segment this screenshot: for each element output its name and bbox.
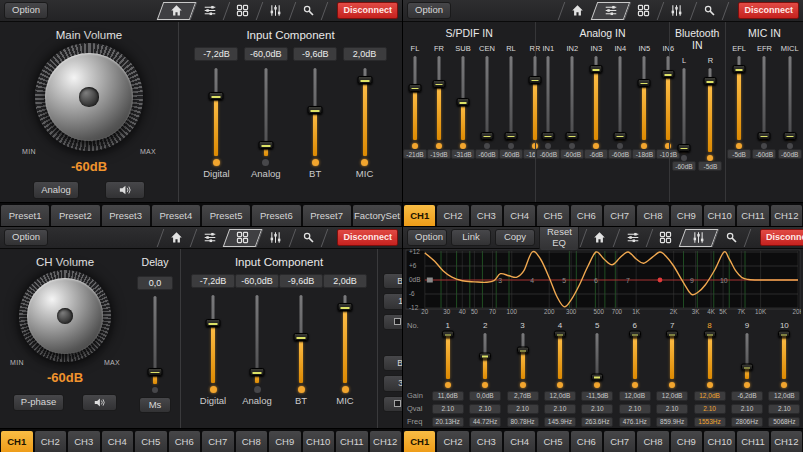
volume-knob-face[interactable] [19,270,111,362]
option-button[interactable]: Option [4,2,48,18]
eq-qval-value[interactable]: 2.10 [694,404,726,414]
disconnect-button[interactable]: Disconnect [738,2,799,19]
nav-tab-tools[interactable] [693,2,726,20]
eq-freq-value[interactable]: 44.72Hz [469,417,501,427]
slider-handle[interactable] [148,368,163,376]
p-phase-button[interactable]: P-phase [13,394,64,411]
eq-qval-value[interactable]: 2.10 [432,404,464,414]
input-level-slider[interactable] [258,68,274,156]
lpf-type-button[interactable]: Butter-W [383,355,402,371]
slider-handle[interactable] [758,132,771,140]
input-level-slider[interactable] [293,295,309,383]
input-value[interactable]: -9,6dB [293,47,337,61]
eq-gain-slider[interactable] [740,333,753,379]
mute-button[interactable] [82,394,117,411]
eq-gain-slider[interactable] [628,333,641,379]
ms-button[interactable]: Ms [139,397,171,413]
channel-tab-ch1[interactable]: CH1 [404,205,435,226]
input-value[interactable]: -7,2dB [194,47,238,61]
slider-handle[interactable] [505,132,518,140]
slider-handle[interactable] [542,132,555,140]
eq-qval-value[interactable]: 2.10 [544,404,576,414]
nav-tab-eq[interactable] [682,229,715,247]
channel-tab-ch3[interactable]: CH3 [471,205,502,226]
slider-handle[interactable] [629,331,641,338]
input-level-slider[interactable] [307,68,323,156]
slider-handle[interactable] [206,319,221,327]
channel-tab-ch6[interactable]: CH6 [571,431,602,452]
channel-level-slider[interactable] [757,56,771,140]
eq-qval-value[interactable]: 2.10 [619,404,651,414]
eq-freq-value[interactable]: 1553Hz [694,417,726,427]
channel-tab-ch7[interactable]: CH7 [604,205,635,226]
slider-handle[interactable] [338,303,353,311]
slider-handle[interactable] [666,331,678,338]
lpf-bypass-button[interactable]: By pass [383,396,402,412]
preset-tab-preset6[interactable]: Preset6 [252,205,300,226]
channel-tab-ch3[interactable]: CH3 [471,431,502,452]
option-button[interactable]: Option [4,229,48,245]
delay-value[interactable]: 0,0 [137,276,173,290]
delay-slider[interactable] [147,296,163,384]
nav-tab-mixer[interactable] [594,2,627,20]
hpf-type-button[interactable]: Butter-W [383,273,402,289]
slider-handle[interactable] [662,70,675,78]
channel-tab-ch12[interactable]: CH12 [771,205,802,226]
channel-level-slider[interactable] [504,56,518,140]
reset-eq-button[interactable]: Reset EQ [539,227,579,251]
option-button[interactable]: Option [407,229,447,245]
slider-handle[interactable] [258,141,273,149]
eq-gain-value[interactable]: 11,6dB [432,391,464,401]
eq-freq-value[interactable]: 476.1Hz [619,417,651,427]
channel-level-slider[interactable] [613,56,627,140]
input-level-slider[interactable] [337,295,353,383]
channel-tab-ch3[interactable]: CH3 [68,431,100,452]
input-level-slider[interactable] [249,295,265,383]
channel-tab-ch9[interactable]: CH9 [671,205,702,226]
nav-tab-grid[interactable] [226,2,259,20]
channel-level-slider[interactable] [661,56,675,140]
slider-handle[interactable] [529,76,542,84]
eq-band-number[interactable]: 5 [579,321,616,330]
channel-tab-ch10[interactable]: CH10 [704,205,735,226]
slider-handle[interactable] [591,373,603,380]
eq-qval-value[interactable]: 2.10 [507,404,539,414]
channel-level-slider[interactable] [480,56,494,140]
eq-qval-value[interactable]: 2.10 [768,404,800,414]
channel-level-slider[interactable] [528,56,542,140]
channel-level-slider[interactable] [677,68,691,152]
slider-handle[interactable] [741,364,753,371]
slider-handle[interactable] [778,331,790,338]
slider-handle[interactable] [554,331,566,338]
nav-tab-home[interactable] [160,229,193,247]
channel-tab-ch6[interactable]: CH6 [571,205,602,226]
eq-response-chart[interactable]: 34567910+12+60dB-6-122030405070100200300… [403,249,803,319]
channel-tab-ch5[interactable]: CH5 [537,431,568,452]
eq-gain-slider[interactable] [666,333,679,379]
nav-tab-home[interactable] [160,2,193,20]
channel-tab-ch5[interactable]: CH5 [135,431,167,452]
hpf-freq-button[interactable]: 10.00Hz [383,293,402,309]
nav-tab-eq[interactable] [259,2,292,20]
channel-tab-ch7[interactable]: CH7 [604,431,635,452]
channel-tab-ch12[interactable]: CH12 [771,431,802,452]
input-value[interactable]: -60,0dB [244,47,288,61]
input-value[interactable]: 2,0dB [343,47,387,61]
eq-gain-value[interactable]: 12,0dB [694,391,726,401]
link-button[interactable]: Link [451,229,491,245]
channel-tab-ch8[interactable]: CH8 [236,431,268,452]
eq-gain-value[interactable]: 12,0dB [619,391,651,401]
channel-tab-ch12[interactable]: CH12 [370,431,402,452]
channel-level-slider[interactable] [541,56,555,140]
channel-tab-ch4[interactable]: CH4 [504,431,535,452]
eq-qval-value[interactable]: 2.10 [656,404,688,414]
lpf-freq-button[interactable]: 31.99Hz [383,375,402,391]
eq-gain-slider[interactable] [703,333,716,379]
channel-tab-ch2[interactable]: CH2 [35,431,67,452]
preset-tab-factoryset[interactable]: FactorySet [353,205,401,226]
slider-handle[interactable] [442,331,454,338]
eq-qval-value[interactable]: 2.10 [581,404,613,414]
copy-button[interactable]: Copy [495,229,535,245]
channel-tab-ch11[interactable]: CH11 [737,205,768,226]
preset-tab-preset7[interactable]: Preset7 [303,205,351,226]
